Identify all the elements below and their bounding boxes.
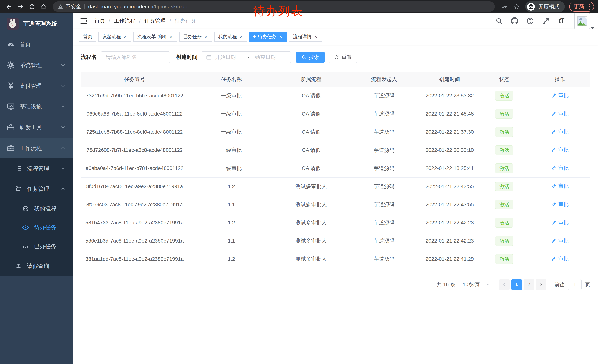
tab-close-icon[interactable]: × <box>123 34 127 40</box>
table-row: a6aba0a4-7b6d-11ec-b781-acde48001122一级审批… <box>81 159 590 177</box>
browser-update-button[interactable]: 更新 <box>569 2 594 12</box>
task-table: 任务编号任务名称所属流程流程发起人创建时间状态操作 73211d9d-7b9b-… <box>81 72 590 268</box>
sidebar-collapse-icon[interactable] <box>80 17 88 25</box>
approve-link[interactable]: 审批 <box>551 128 569 135</box>
approve-link[interactable]: 审批 <box>551 110 569 117</box>
search-button[interactable]: 搜索 <box>296 52 324 63</box>
tab-process-form-edit[interactable]: 流程表单-编辑× <box>133 32 177 42</box>
tab-process-detail[interactable]: 流程详情× <box>289 32 322 42</box>
chevron-down-icon <box>60 62 66 68</box>
logo[interactable]: 芋道管理系统 <box>0 13 73 34</box>
url-path: /bpm/task/todo <box>153 4 187 10</box>
sidebar-item-leave-query[interactable]: 请假查询 <box>0 256 73 276</box>
github-icon[interactable] <box>511 17 519 25</box>
forward-icon[interactable] <box>16 2 25 12</box>
approve-link[interactable]: 审批 <box>551 183 569 190</box>
font-size-icon[interactable]: tT <box>557 17 565 25</box>
approve-link[interactable]: 审批 <box>551 201 569 208</box>
table-row: 8f059c03-7ac8-11ec-a9e2-a2380e71991a1.1测… <box>81 195 590 214</box>
back-icon[interactable] <box>4 2 14 12</box>
sidebar-item-system-management[interactable]: 系统管理 <box>0 55 73 75</box>
approve-link[interactable]: 审批 <box>551 165 569 172</box>
help-icon[interactable] <box>526 17 534 25</box>
starter-cell: 芋道源码 <box>348 177 420 195</box>
app-header: 首页/工作流程/任务管理/待办任务 tT <box>73 13 598 29</box>
sidebar-item-home[interactable]: 首页 <box>0 34 73 55</box>
sidebar-item-task-management[interactable]: 任务管理 <box>0 179 73 199</box>
sidebar-item-label: 支付管理 <box>20 82 60 90</box>
avatar[interactable] <box>574 13 590 29</box>
tab-todo-tasks[interactable]: 待办任务× <box>249 32 287 42</box>
breadcrumb-item[interactable]: 工作流程 <box>114 17 135 25</box>
status-badge: 激活 <box>495 218 513 227</box>
page-size-select[interactable]: 10条/页 <box>459 279 494 290</box>
end-date-placeholder: 结束日期 <box>251 54 287 61</box>
sidebar-item-infrastructure[interactable]: 基础设施 <box>0 96 73 117</box>
process-cell: 测试多审批人 <box>274 177 348 195</box>
create-time-cell: 2022-01-21 22:43:55 <box>420 177 479 195</box>
tab-home[interactable]: 首页 <box>79 32 96 42</box>
address-bar[interactable]: 不安全 dashboard.yudao.iocoder.cn/bpm/task/… <box>53 1 495 12</box>
tab-close-icon[interactable]: × <box>314 34 318 40</box>
page-button-2[interactable]: 2 <box>524 279 534 290</box>
sidebar-item-label: 研发工具 <box>20 124 60 131</box>
incognito-icon <box>527 2 535 11</box>
fullscreen-icon[interactable] <box>542 17 550 25</box>
sidebar-item-payment-management[interactable]: 支付管理 <box>0 75 73 96</box>
sidebar-item-label: 我的流程 <box>34 205 66 212</box>
reset-button[interactable]: 重置 <box>329 52 357 63</box>
header-icons: tT <box>495 13 590 29</box>
approve-link[interactable]: 审批 <box>551 92 569 99</box>
sidebar-item-my-process[interactable]: 我的流程 <box>0 199 73 218</box>
search-button-icon <box>301 55 307 60</box>
tab-close-icon[interactable]: × <box>204 34 208 40</box>
password-key-icon[interactable] <box>500 3 508 11</box>
tab-close-icon[interactable]: × <box>239 34 243 40</box>
eye-icon <box>22 224 29 231</box>
sidebar-item-dev-tools[interactable]: 研发工具 <box>0 117 73 138</box>
sidebar-item-workflow[interactable]: 工作流程 <box>0 138 73 159</box>
starter-cell: 芋道源码 <box>348 250 420 268</box>
tab-my-process[interactable]: 我的流程× <box>214 32 247 42</box>
approve-label: 审批 <box>558 110 569 117</box>
status-cell: 激活 <box>479 177 529 195</box>
approve-link[interactable]: 审批 <box>551 255 569 262</box>
tab-close-icon[interactable]: × <box>169 34 173 40</box>
approve-label: 审批 <box>558 92 569 99</box>
incognito-label: 无痕模式 <box>538 3 560 10</box>
prev-page-button[interactable] <box>499 279 510 290</box>
breadcrumb-item[interactable]: 首页 <box>94 17 105 25</box>
search-icon[interactable] <box>495 17 503 25</box>
edit-pencil-icon <box>551 129 556 135</box>
home-icon[interactable] <box>39 2 49 12</box>
sidebar-item-label: 请假查询 <box>27 262 66 270</box>
tab-done-tasks[interactable]: 已办任务× <box>179 32 212 42</box>
incognito-badge: 无痕模式 <box>525 1 565 12</box>
screen: 待办列表 不安全 dashboard.yudao.iocoder.cn/bpm/… <box>0 0 598 364</box>
status-cell: 激活 <box>479 214 529 232</box>
breadcrumb-item[interactable]: 任务管理 <box>144 17 166 25</box>
insecure-label[interactable]: 不安全 <box>66 3 81 10</box>
browser-menu-icon[interactable] <box>588 3 590 11</box>
next-page-button[interactable] <box>536 279 546 290</box>
approve-link[interactable]: 审批 <box>551 237 569 244</box>
tab-initiate-process[interactable]: 发起流程× <box>98 32 131 42</box>
goto-page-input[interactable] <box>568 279 581 290</box>
status-cell: 激活 <box>479 87 529 105</box>
status-cell: 激活 <box>479 141 529 159</box>
action-cell: 审批 <box>530 87 590 105</box>
bookmark-star-icon[interactable] <box>513 3 521 11</box>
status-badge: 激活 <box>495 91 513 101</box>
sidebar-item-done-tasks[interactable]: 已办任务 <box>0 237 73 256</box>
sidebar-item-todo-tasks[interactable]: 待办任务 <box>0 218 73 237</box>
process-name-input[interactable] <box>101 51 170 63</box>
sidebar-item-process-management[interactable]: 流程管理 <box>0 159 73 179</box>
tab-close-icon[interactable]: × <box>279 34 283 40</box>
starter-cell: 芋道源码 <box>348 87 420 105</box>
approve-link[interactable]: 审批 <box>551 219 569 226</box>
reload-icon[interactable] <box>27 2 37 12</box>
date-range-picker[interactable]: 开始日期 - 结束日期 <box>201 51 291 63</box>
page-button-1[interactable]: 1 <box>512 279 522 290</box>
approve-link[interactable]: 审批 <box>551 146 569 154</box>
task-id-cell: 069c6a63-7b8a-11ec-8ef0-acde48001122 <box>81 105 189 123</box>
